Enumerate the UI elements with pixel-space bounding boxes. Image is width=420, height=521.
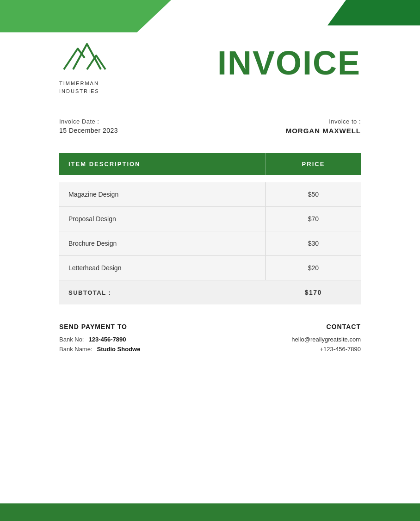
contact-heading: CONTACT xyxy=(291,323,361,330)
invoice-page: TIMMERMAN INDUSTRIES INVOICE Invoice Dat… xyxy=(0,0,420,521)
logo-section: TIMMERMAN INDUSTRIES INVOICE xyxy=(59,42,361,95)
company-name: TIMMERMAN INDUSTRIES xyxy=(59,80,110,95)
top-left-decoration xyxy=(0,0,171,32)
contact-section: CONTACT hello@reallygreatsite.com +123-4… xyxy=(291,323,361,355)
date-label: Invoice Date : xyxy=(59,118,118,125)
invoice-title: INVOICE xyxy=(217,46,361,80)
date-value: 15 December 2023 xyxy=(59,127,118,134)
bank-name-row: Bank Name: Studio Shodwe xyxy=(59,346,140,353)
item-price: $50 xyxy=(266,182,361,207)
item-description: Brochure Design xyxy=(59,231,266,256)
item-description: Magazine Design xyxy=(59,182,266,207)
mountain-icon xyxy=(59,42,110,76)
to-label: Invoice to : xyxy=(286,118,361,125)
bank-no-label: Bank No: xyxy=(59,336,84,343)
table-row: Magazine Design $50 xyxy=(59,182,361,207)
invoice-date-section: Invoice Date : 15 December 2023 xyxy=(59,118,118,135)
table-row: Proposal Design $70 xyxy=(59,207,361,231)
item-price: $30 xyxy=(266,231,361,256)
company-logo-area: TIMMERMAN INDUSTRIES xyxy=(59,42,110,95)
invoice-meta: Invoice Date : 15 December 2023 Invoice … xyxy=(59,118,361,135)
payment-section: SEND PAYMENT TO Bank No: 123-456-7890 Ba… xyxy=(59,323,140,355)
col-price-header: PRICE xyxy=(266,153,361,175)
bottom-bar-decoration xyxy=(0,503,420,521)
subtotal-row: SUBTOTAL : $170 xyxy=(59,280,361,305)
item-price: $20 xyxy=(266,256,361,280)
subtotal-value: $170 xyxy=(266,280,361,305)
invoice-table: ITEM DESCRIPTION PRICE Magazine Design $… xyxy=(59,153,361,304)
to-value: MORGAN MAXWELL xyxy=(286,127,361,135)
bank-no-row: Bank No: 123-456-7890 xyxy=(59,336,140,343)
bank-name-label: Bank Name: xyxy=(59,346,93,353)
footer-section: SEND PAYMENT TO Bank No: 123-456-7890 Ba… xyxy=(59,323,361,355)
item-description: Proposal Design xyxy=(59,207,266,231)
table-header-row: ITEM DESCRIPTION PRICE xyxy=(59,153,361,175)
bank-name-value: Studio Shodwe xyxy=(97,346,141,353)
subtotal-label: SUBTOTAL : xyxy=(59,280,266,305)
contact-email: hello@reallygreatsite.com xyxy=(291,336,361,343)
item-description: Letterhead Design xyxy=(59,256,266,280)
payment-heading: SEND PAYMENT TO xyxy=(59,323,140,330)
col-description-header: ITEM DESCRIPTION xyxy=(59,153,266,175)
spacer-row-1 xyxy=(59,175,361,182)
top-right-decoration xyxy=(327,0,420,25)
invoice-to-section: Invoice to : MORGAN MAXWELL xyxy=(286,118,361,135)
bank-no-value: 123-456-7890 xyxy=(88,336,126,343)
item-price: $70 xyxy=(266,207,361,231)
table-row: Letterhead Design $20 xyxy=(59,256,361,280)
contact-phone: +123-456-7890 xyxy=(291,346,361,353)
main-content: TIMMERMAN INDUSTRIES INVOICE Invoice Dat… xyxy=(59,42,361,498)
table-row: Brochure Design $30 xyxy=(59,231,361,256)
